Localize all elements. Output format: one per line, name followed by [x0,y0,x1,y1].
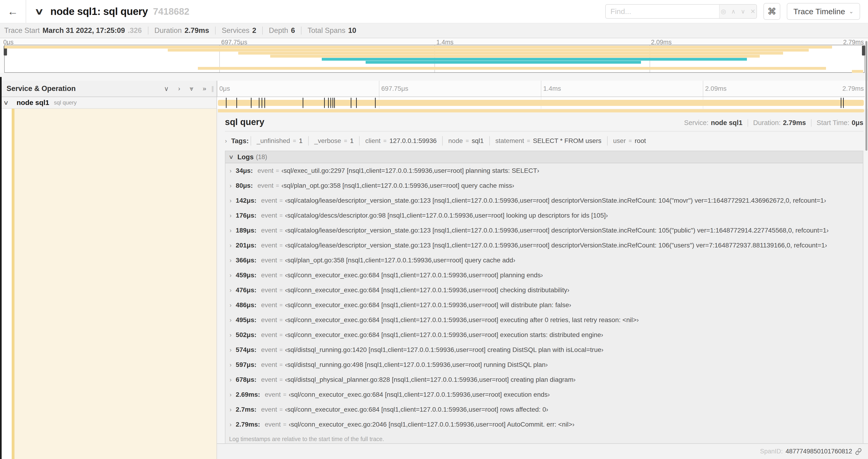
log-event-tick [226,98,226,108]
start-time-value: 0μs [852,119,863,127]
divider [215,27,216,35]
log-timestamp: 574μs: [236,346,256,354]
ruler-tick-2: 1.4ms [543,85,561,92]
find-input[interactable] [606,5,719,18]
equals-sign: = [280,197,283,204]
log-row[interactable]: › 176μs: event = ‹sql/catalog/descs/desc… [225,208,863,223]
prev-match-icon[interactable]: ∧ [731,8,736,15]
services-label: Services [222,26,249,35]
log-event-tick [334,98,335,108]
log-row[interactable]: › 80μs: event = ‹sql/plan_opt.go:358 [ns… [225,178,863,193]
tags-label: Tags: [231,137,249,145]
log-field-value: ‹sql/conn_executor_exec.go:684 [nsql1,cl… [285,316,639,324]
tag-value: root [635,137,646,144]
log-row[interactable]: › 366μs: event = ‹sql/plan_opt.go:358 [n… [225,253,863,268]
tag-item: statement = SELECT * FROM users [489,136,607,145]
minimap-span-bar [366,61,641,64]
minimap-right-scrubber[interactable] [862,46,865,56]
log-field-name: event [261,227,277,234]
logs-accordion: ∨ Logs (18) › 34μs: event = ‹sql/exec_ut… [225,151,863,444]
trace-collapse-chevron-icon[interactable]: ∨ [34,6,44,17]
trace-summary-bar: Trace Start March 31 2022, 17:25:09.326 … [0,23,868,38]
view-selector-button[interactable]: Trace Timeline ⌄ [787,3,860,20]
log-row[interactable]: › 459μs: event = ‹sql/conn_executor_exec… [225,268,863,283]
log-event-tick [303,98,303,108]
tag-item: user = root [607,136,652,145]
log-row[interactable]: › 597μs: event = ‹sql/distsql_running.go… [225,357,863,372]
total-spans-label: Total Spans [308,26,345,35]
equals-sign: = [283,421,286,428]
service-label: Service: [684,119,709,127]
log-row[interactable]: › 502μs: event = ‹sql/conn_executor_exec… [225,327,863,342]
log-row[interactable]: › 142μs: event = ‹sql/catalog/lease/desc… [225,193,863,208]
duration-label: Duration: [753,119,781,127]
column-resize-grip[interactable]: ∥ [211,85,215,92]
equals-sign: = [280,406,283,413]
log-row[interactable]: › 189μs: event = ‹sql/catalog/lease/desc… [225,223,863,238]
logs-header[interactable]: ∨ Logs (18) [225,151,863,163]
trace-minimap: 0μs 697.75μs 1.4ms 2.09ms 2.79ms [0,38,868,81]
tag-item: node = sql1 [442,136,489,145]
next-match-icon[interactable]: ∨ [741,8,745,15]
collapse-one-icon[interactable]: ∨ [164,85,169,93]
link-icon[interactable] [855,448,862,455]
log-row[interactable]: › 678μs: event = ‹sql/distsql_physical_p… [225,372,863,387]
log-row[interactable]: › 34μs: event = ‹sql/exec_util.go:2297 [… [225,163,863,178]
equals-sign: = [280,362,283,368]
collapse-all-icon[interactable]: ⩔ [190,85,193,93]
log-row[interactable]: › 2.79ms: event = ‹sql/conn_executor_exe… [225,417,863,432]
chevron-right-icon: › [229,272,231,279]
tag-item: _verbose = 1 [308,136,359,145]
services-value: 2 [252,26,256,35]
timeline-ruler: 0μs 697.75μs 1.4ms 2.09ms 2.79ms [217,81,865,97]
span-collapse-chevron-icon[interactable]: ∨ [3,99,9,106]
equals-sign: = [280,317,283,323]
equals-sign: = [276,167,279,174]
log-row[interactable]: › 2.7ms: event = ‹sql/conn_executor_exec… [225,402,863,417]
log-row[interactable]: › 476μs: event = ‹sql/conn_executor_exec… [225,283,863,298]
log-field-value: ‹sql/conn_executor_exec.go:684 [nsql1,cl… [285,286,569,294]
equals-sign: = [280,257,283,264]
back-button[interactable]: ← [0,0,26,23]
log-field-value: ‹sql/conn_executor_exec.go:684 [nsql1,cl… [285,271,543,279]
span-row[interactable]: ∨ node sql1 sql query [0,97,868,109]
keyboard-shortcuts-button[interactable]: ⌘ [764,3,780,20]
log-timestamp: 176μs: [236,212,256,219]
tags-row[interactable]: › Tags: _unfinished = 1 _verbose = 1 cli… [225,135,863,147]
chevron-right-icon: › [229,242,231,249]
minimap-span-bar [322,58,747,61]
log-field-value: ‹sql/distsql_running.go:498 [nsql1,clien… [285,361,548,368]
log-row[interactable]: › 574μs: event = ‹sql/distsql_running.go… [225,342,863,357]
log-field-name: event [261,212,277,219]
log-row[interactable]: › 486μs: event = ‹sql/conn_executor_exec… [225,298,863,313]
divider [748,119,748,127]
log-field-name: event [261,286,277,294]
log-field-name: event [257,167,274,174]
expand-one-icon[interactable]: › [178,85,180,93]
clear-search-icon[interactable]: ✕ [750,8,755,15]
depth-value: 6 [291,26,295,35]
logs-title: Logs [238,153,254,161]
expand-all-icon[interactable]: » [203,85,206,93]
minimap-canvas[interactable] [4,45,865,73]
locate-icon[interactable]: ◎ [721,8,726,15]
log-row[interactable]: › 2.69ms: event = ‹sql/conn_executor_exe… [225,387,863,402]
find-controls: ◎ ∧ ∨ ✕ [719,5,756,18]
span-detail-header: sql query Service: node sql1 Duration: 2… [225,117,863,127]
view-selector-label: Trace Timeline [793,7,845,16]
log-row[interactable]: › 495μs: event = ‹sql/conn_executor_exec… [225,313,863,327]
log-field-name: event [265,421,281,428]
log-row[interactable]: › 201μs: event = ‹sql/catalog/lease/desc… [225,238,863,253]
log-event-tick [236,98,237,108]
trace-title: node sql1: sql query [51,6,148,17]
span-color-strip [12,109,14,459]
log-field-name: event [261,406,277,413]
vertical-scrollbar[interactable] [865,41,867,151]
span-detail-panel: sql query Service: node sql1 Duration: 2… [217,109,868,459]
equals-sign: = [466,138,469,144]
log-event-tick [261,98,262,108]
trace-id: 7418682 [153,6,189,17]
service-operation-header: Service & Operation ∨ › ⩔ » ∥ [0,81,217,97]
log-field-name: event [261,376,277,384]
log-event-tick [259,98,259,108]
